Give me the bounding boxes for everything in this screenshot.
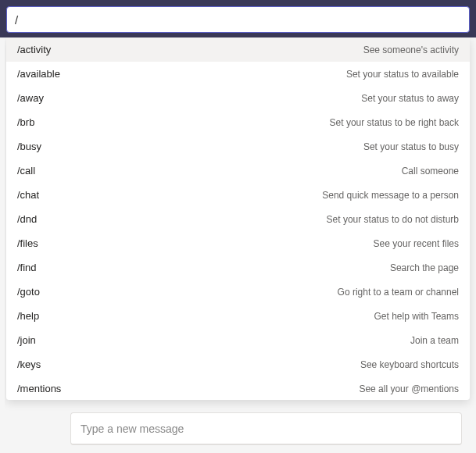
command-item[interactable]: /activitySee someone's activity <box>6 37 470 62</box>
command-description: Set your status to available <box>346 69 459 80</box>
command-item[interactable]: /findSearch the page <box>6 255 470 280</box>
command-name: /available <box>17 68 60 80</box>
command-name: /mentions <box>17 383 61 394</box>
left-margin <box>0 39 5 453</box>
command-description: Join a team <box>410 335 459 346</box>
command-name: /activity <box>17 44 51 55</box>
compose-placeholder: Type a new message <box>81 423 184 435</box>
command-item[interactable]: /dndSet your status to do not disturb <box>6 207 470 231</box>
command-description: Set your status to away <box>361 93 459 104</box>
command-description: Search the page <box>390 262 459 273</box>
message-compose-box[interactable]: Type a new message <box>70 412 462 445</box>
command-name: /goto <box>17 286 40 298</box>
command-item[interactable]: /filesSee your recent files <box>6 231 470 255</box>
command-item[interactable]: /availableSet your status to available <box>6 62 470 86</box>
command-description: Set your status to be right back <box>330 117 459 128</box>
command-search-input[interactable] <box>6 6 470 33</box>
command-item[interactable]: /mentionsSee all your @mentions <box>6 376 470 400</box>
command-description: Call someone <box>402 166 459 177</box>
app-header-bar <box>0 0 476 6</box>
command-description: See keyboard shortcuts <box>360 359 459 370</box>
command-name: /dnd <box>17 213 37 225</box>
command-description: See your recent files <box>374 238 459 249</box>
command-item[interactable]: /gotoGo right to a team or channel <box>6 280 470 304</box>
command-description: See someone's activity <box>363 45 459 55</box>
command-name: /files <box>17 237 38 249</box>
command-description: See all your @mentions <box>359 383 459 394</box>
command-name: /keys <box>17 358 41 370</box>
command-description: Send quick message to a person <box>322 190 459 201</box>
command-item[interactable]: /helpGet help with Teams <box>6 304 470 328</box>
command-suggestions-dropdown: /activitySee someone's activity/availabl… <box>6 37 470 400</box>
command-name: /busy <box>17 141 41 152</box>
command-item[interactable]: /keysSee keyboard shortcuts <box>6 352 470 376</box>
command-name: /chat <box>17 189 39 201</box>
command-description: Set your status to do not disturb <box>327 214 459 225</box>
command-name: /away <box>17 92 44 104</box>
command-name: /find <box>17 262 37 273</box>
command-item[interactable]: /chatSend quick message to a person <box>6 183 470 207</box>
command-item[interactable]: /brbSet your status to be right back <box>6 110 470 134</box>
command-item[interactable]: /awaySet your status to away <box>6 86 470 110</box>
search-container <box>0 6 476 37</box>
command-description: Get help with Teams <box>374 311 460 322</box>
command-name: /brb <box>17 116 34 128</box>
command-name: /join <box>17 334 36 346</box>
command-description: Set your status to busy <box>363 141 459 152</box>
command-description: Go right to a team or channel <box>338 287 459 298</box>
command-item[interactable]: /callCall someone <box>6 159 470 183</box>
command-name: /call <box>17 165 35 177</box>
command-item[interactable]: /joinJoin a team <box>6 328 470 352</box>
command-item[interactable]: /busySet your status to busy <box>6 134 470 159</box>
command-name: /help <box>17 310 39 322</box>
